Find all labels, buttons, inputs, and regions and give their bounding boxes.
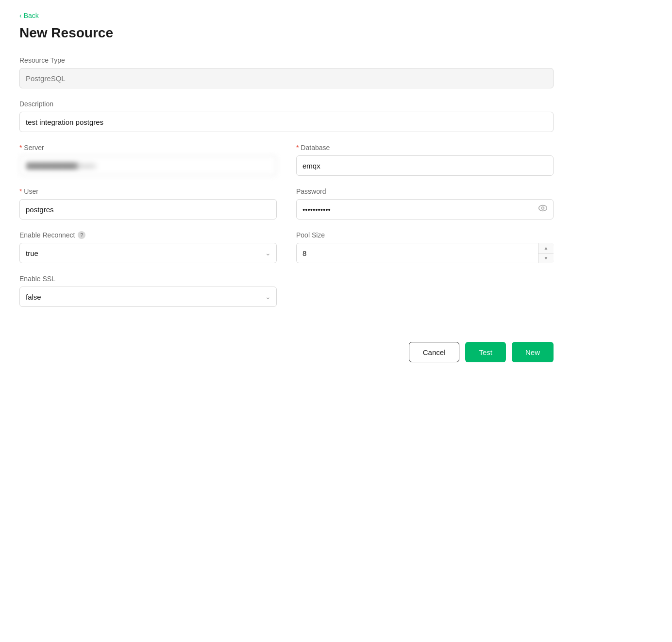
back-label: Back: [24, 12, 39, 19]
password-label: Password: [296, 187, 554, 195]
resource-type-input: [19, 68, 554, 88]
database-label: Database: [296, 144, 554, 152]
enable-reconnect-group: Enable Reconnect ? true false ⌄: [19, 231, 277, 263]
new-button[interactable]: New: [512, 342, 554, 362]
pool-size-decrement-button[interactable]: ▼: [538, 253, 554, 264]
user-input[interactable]: [19, 199, 277, 220]
reconnect-poolsize-row: Enable Reconnect ? true false ⌄ Pool Siz…: [19, 231, 554, 275]
chevron-left-icon: ‹: [19, 12, 22, 19]
enable-reconnect-label-row: Enable Reconnect ?: [19, 231, 277, 239]
enable-reconnect-help-icon[interactable]: ?: [78, 231, 85, 239]
server-input[interactable]: [19, 155, 277, 176]
pool-size-group: Pool Size ▲ ▼: [296, 231, 554, 263]
enable-ssl-select[interactable]: false true: [19, 287, 277, 307]
database-input[interactable]: [296, 155, 554, 176]
server-group: Server: [19, 144, 277, 176]
cancel-button[interactable]: Cancel: [409, 342, 460, 362]
enable-ssl-label: Enable SSL: [19, 275, 277, 283]
description-input[interactable]: [19, 112, 554, 132]
form-container: Resource Type Description Server Databas…: [19, 56, 554, 362]
page-title: New Resource: [19, 25, 653, 41]
svg-point-1: [542, 207, 544, 209]
pool-size-input-wrapper: ▲ ▼: [296, 243, 554, 263]
user-group: User: [19, 187, 277, 220]
password-input[interactable]: [296, 199, 554, 220]
pool-size-label: Pool Size: [296, 231, 554, 239]
database-group: Database: [296, 144, 554, 176]
svg-point-0: [539, 205, 547, 211]
pool-size-increment-button[interactable]: ▲: [538, 243, 554, 253]
resource-type-group: Resource Type: [19, 56, 554, 88]
enable-ssl-group: Enable SSL false true ⌄: [19, 275, 277, 307]
description-group: Description: [19, 100, 554, 132]
toggle-password-icon[interactable]: [538, 203, 548, 216]
enable-ssl-select-wrapper: false true ⌄: [19, 287, 277, 307]
password-group: Password: [296, 187, 554, 220]
user-label: User: [19, 187, 277, 195]
resource-type-label: Resource Type: [19, 56, 554, 64]
description-label: Description: [19, 100, 554, 108]
pool-size-spinners: ▲ ▼: [538, 243, 554, 263]
actions-row: Cancel Test New: [19, 330, 554, 362]
pool-size-input[interactable]: [296, 243, 554, 263]
back-link[interactable]: ‹ Back: [19, 12, 653, 19]
enable-reconnect-label: Enable Reconnect: [19, 231, 75, 239]
test-button[interactable]: Test: [465, 342, 506, 362]
user-password-row: User Password: [19, 187, 554, 231]
server-label: Server: [19, 144, 277, 152]
server-database-row: Server Database: [19, 144, 554, 187]
password-wrapper: [296, 199, 554, 220]
enable-reconnect-select-wrapper: true false ⌄: [19, 243, 277, 263]
enable-reconnect-select[interactable]: true false: [19, 243, 277, 263]
